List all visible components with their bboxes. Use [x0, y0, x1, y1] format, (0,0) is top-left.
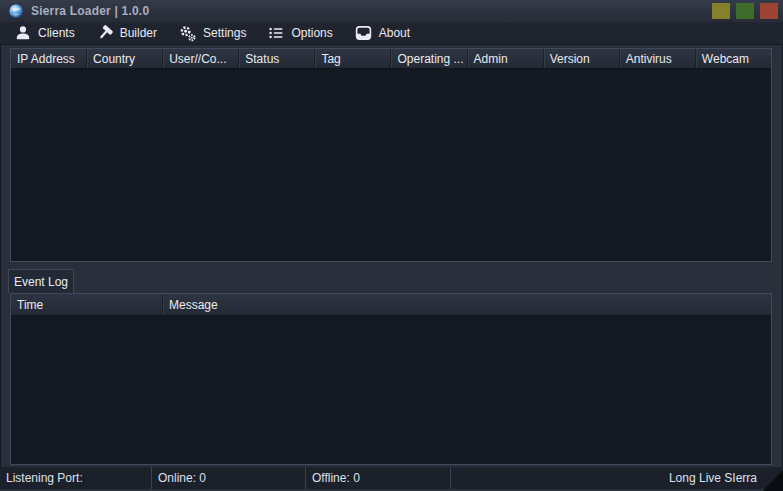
clients-table-header: IP AddressCountryUser//Co...StatusTagOpe…	[11, 49, 771, 69]
column-header-time[interactable]: Time	[11, 294, 163, 315]
gears-icon	[179, 25, 196, 42]
close-button[interactable]	[760, 3, 778, 19]
toolbar-item-settings[interactable]: Settings	[168, 22, 257, 44]
statusbar: Listening Port: Online: 0 Offline: 0 Lon…	[0, 467, 783, 491]
user-icon	[15, 25, 31, 41]
column-header-country[interactable]: Country	[87, 49, 163, 68]
toolbar-label-builder: Builder	[120, 26, 157, 40]
titlebar[interactable]: Sierra Loader | 1.0.0	[0, 0, 783, 22]
clients-table: IP AddressCountryUser//Co...StatusTagOpe…	[10, 48, 772, 262]
tab-event-log[interactable]: Event Log	[8, 269, 74, 293]
status-listening-port-label: Listening Port:	[6, 471, 83, 485]
resize-grip[interactable]	[763, 470, 783, 491]
column-header-message[interactable]: Message	[163, 294, 771, 315]
eventlog-table-body	[11, 316, 771, 464]
column-header-user-co[interactable]: User//Co...	[163, 49, 239, 68]
window-title: Sierra Loader | 1.0.0	[31, 4, 149, 18]
maximize-button[interactable]	[736, 3, 754, 19]
column-header-ip-address[interactable]: IP Address	[11, 49, 87, 68]
toolbar-label-clients: Clients	[38, 26, 75, 40]
eventlog-table-header: TimeMessage	[11, 294, 771, 316]
tab-event-log-label: Event Log	[14, 275, 68, 289]
window-controls	[712, 3, 778, 19]
toolbar-label-options: Options	[291, 26, 332, 40]
status-motto: Long Live SIerra	[451, 467, 783, 489]
minimize-button[interactable]	[712, 3, 730, 19]
clients-table-body	[11, 69, 771, 261]
toolbar-item-clients[interactable]: Clients	[4, 22, 86, 44]
column-header-admin[interactable]: Admin	[468, 49, 544, 68]
app-logo-icon	[8, 3, 24, 19]
eventlog-table: TimeMessage	[10, 293, 772, 465]
status-offline: Offline: 0	[306, 467, 451, 489]
toolbar: Clients Builder Settings	[0, 22, 783, 45]
status-listening-port: Listening Port:	[0, 467, 152, 489]
hammer-icon	[97, 25, 113, 41]
toolbar-item-builder[interactable]: Builder	[86, 22, 168, 44]
status-online: Online: 0	[152, 467, 306, 489]
column-header-operating[interactable]: Operating ...	[391, 49, 467, 68]
toolbar-item-about[interactable]: About	[344, 22, 421, 44]
column-header-status[interactable]: Status	[239, 49, 315, 68]
toolbar-label-settings: Settings	[203, 26, 246, 40]
column-header-antivirus[interactable]: Antivirus	[620, 49, 696, 68]
status-motto-label: Long Live SIerra	[669, 471, 757, 485]
status-offline-label: Offline: 0	[312, 471, 360, 485]
status-online-label: Online: 0	[158, 471, 206, 485]
column-header-webcam[interactable]: Webcam	[696, 49, 771, 68]
list-icon	[268, 25, 284, 41]
app-window: Sierra Loader | 1.0.0 Clients Builder	[0, 0, 783, 491]
inbox-icon	[355, 25, 372, 41]
column-header-version[interactable]: Version	[544, 49, 620, 68]
toolbar-label-about: About	[379, 26, 410, 40]
column-header-tag[interactable]: Tag	[315, 49, 391, 68]
toolbar-item-options[interactable]: Options	[257, 22, 343, 44]
